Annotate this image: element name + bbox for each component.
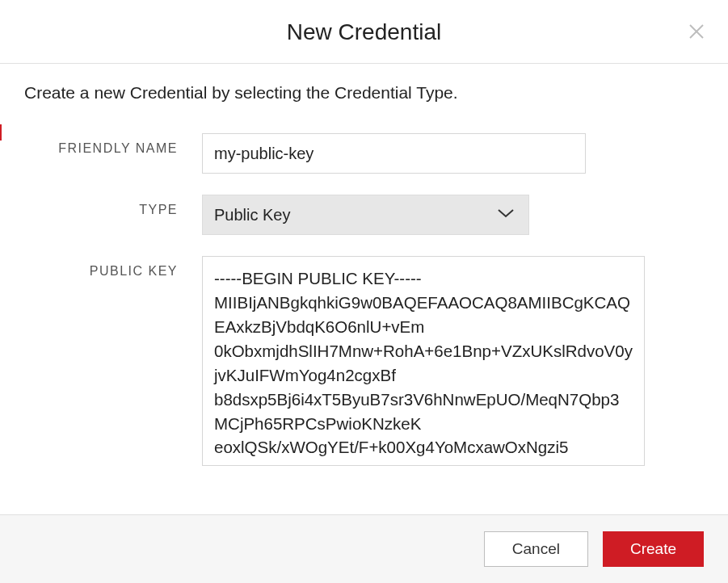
accent-sliver	[0, 124, 2, 141]
type-control: Public Key	[202, 195, 704, 235]
close-icon	[687, 22, 706, 41]
form-row-friendly-name: FRIENDLY NAME	[24, 133, 704, 174]
type-select-value: Public Key	[214, 206, 291, 224]
friendly-name-input[interactable]	[202, 133, 586, 174]
type-select-wrapper: Public Key	[202, 195, 529, 235]
modal-body: Create a new Credential by selecting the…	[0, 64, 728, 514]
close-button[interactable]	[686, 21, 707, 42]
modal-title: New Credential	[0, 19, 728, 45]
modal-description: Create a new Credential by selecting the…	[24, 83, 704, 103]
public-key-control	[202, 256, 704, 469]
new-credential-modal: New Credential Create a new Credential b…	[0, 0, 728, 583]
type-label: TYPE	[24, 195, 202, 217]
friendly-name-label: FRIENDLY NAME	[24, 133, 202, 156]
cancel-button[interactable]: Cancel	[484, 531, 588, 567]
public-key-textarea[interactable]	[202, 256, 645, 466]
form-row-public-key: PUBLIC KEY	[24, 256, 704, 469]
type-select[interactable]: Public Key	[202, 195, 529, 235]
friendly-name-control	[202, 133, 704, 174]
create-button[interactable]: Create	[603, 531, 704, 567]
modal-footer: Cancel Create	[0, 514, 728, 583]
modal-header: New Credential	[0, 0, 728, 64]
public-key-label: PUBLIC KEY	[24, 256, 202, 279]
form-row-type: TYPE Public Key	[24, 195, 704, 235]
